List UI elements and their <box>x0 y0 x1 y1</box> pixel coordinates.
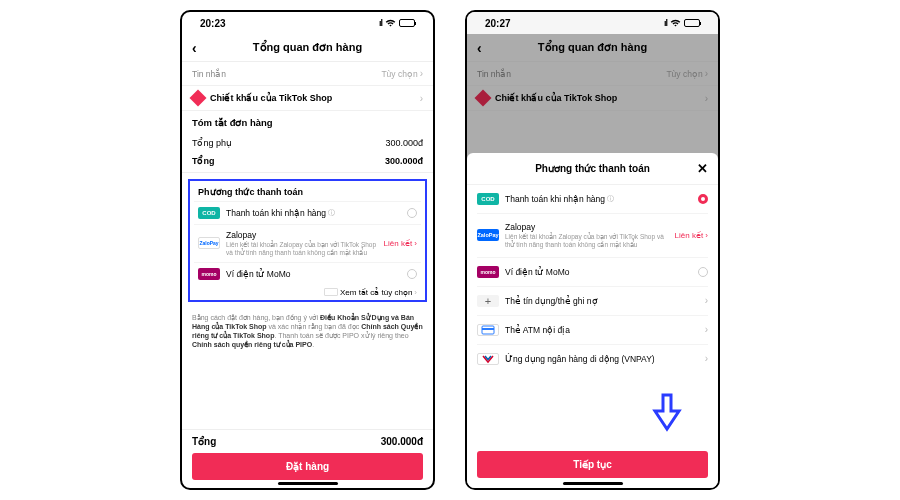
nav-bar: ‹ Tổng quan đơn hàng <box>182 34 433 62</box>
chevron-right-icon: › <box>705 93 708 104</box>
payment-title: Phương thức thanh toán <box>194 185 421 201</box>
discount-icon <box>475 90 492 107</box>
payment-option-vnpay[interactable]: Ứng dụng ngân hàng di dộng (VNPAY) › <box>477 345 708 373</box>
message-row[interactable]: Tin nhắn Tùy chọn › <box>182 62 433 86</box>
radio-selected[interactable] <box>698 194 708 204</box>
screen-order-overview: 20:23 ıl ‹ Tổng quan đơn hàng Tin nhắn T… <box>180 10 435 490</box>
place-order-button[interactable]: Đặt hàng <box>192 453 423 480</box>
terms-text: Bằng cách đặt đơn hàng, bạn đồng ý với Đ… <box>182 308 433 354</box>
bottom-total: Tổng 300.000đ <box>192 436 423 447</box>
signal-icon: ıl <box>664 18 667 28</box>
radio-unselected[interactable] <box>698 267 708 277</box>
payment-methods-box: Phương thức thanh toán COD Thanh toán kh… <box>188 179 427 302</box>
info-icon: ⓘ <box>607 194 614 204</box>
discount-label: Chiết khấu của TikTok Shop <box>210 93 414 103</box>
message-value: Tùy chọn › <box>381 68 423 79</box>
zalopay-icon: ZaloPay <box>477 229 499 241</box>
summary-title: Tóm tắt đơn hàng <box>182 111 433 134</box>
discount-row: Chiết khấu của TikTok Shop › <box>467 86 718 111</box>
payment-method-sheet: Phương thức thanh toán ✕ COD Thanh toán … <box>467 153 718 488</box>
zalopay-icon: ZaloPay <box>198 237 220 249</box>
subtotal-row: Tổng phụ 300.000đ <box>182 134 433 152</box>
message-label: Tin nhắn <box>192 69 226 79</box>
vnpay-icon <box>477 353 499 365</box>
nav-bar: ‹ Tổng quan đơn hàng <box>467 34 718 62</box>
atm-icon <box>477 324 499 336</box>
total-label: Tổng <box>192 156 215 166</box>
momo-icon: momo <box>198 268 220 280</box>
back-button[interactable]: ‹ <box>477 40 482 56</box>
page-title: Tổng quan đơn hàng <box>538 41 647 54</box>
bottom-bar: Tổng 300.000đ Đặt hàng <box>182 429 433 488</box>
battery-icon <box>399 19 415 27</box>
payment-option-cod[interactable]: COD Thanh toán khi nhận hàng ⓘ <box>194 201 421 224</box>
payment-option-cod[interactable]: COD Thanh toán khi nhận hàng ⓘ <box>477 185 708 214</box>
close-button[interactable]: ✕ <box>697 161 708 176</box>
sheet-header: Phương thức thanh toán ✕ <box>467 153 718 185</box>
chevron-right-icon: › <box>705 324 708 335</box>
subtotal-label: Tổng phụ <box>192 138 232 148</box>
home-indicator <box>278 482 338 485</box>
status-icons: ıl <box>379 18 415 29</box>
chevron-right-icon: › <box>420 93 423 104</box>
chevron-right-icon: › <box>705 353 708 364</box>
total-row: Tổng 300.000đ <box>182 152 433 173</box>
status-bar: 20:23 ıl <box>182 12 433 34</box>
payment-option-atm[interactable]: Thẻ ATM nội địa › <box>477 316 708 345</box>
screen-payment-sheet: 20:27 ıl ‹ Tổng quan đơn hàng Tin nhắn T… <box>465 10 720 490</box>
momo-icon: momo <box>477 266 499 278</box>
status-bar: 20:27 ıl <box>467 12 718 34</box>
payment-option-momo[interactable]: momo Ví điện tử MoMo <box>477 258 708 287</box>
page-title: Tổng quan đơn hàng <box>253 41 362 54</box>
content: Tin nhắn Tùy chọn › Chiết khấu của TikTo… <box>182 62 433 429</box>
continue-button[interactable]: Tiếp tục <box>477 451 708 478</box>
cod-icon: COD <box>477 193 499 205</box>
info-icon: ⓘ <box>328 208 335 218</box>
wifi-icon <box>385 18 396 29</box>
payment-option-momo[interactable]: momo Ví điện tử MoMo <box>194 262 421 285</box>
discount-icon <box>190 90 207 107</box>
zalopay-link[interactable]: Liên kết › <box>675 231 708 240</box>
status-time: 20:23 <box>200 18 226 29</box>
status-icons: ıl <box>664 18 700 29</box>
zalopay-desc: Liên kết tài khoản Zalopay của bạn với T… <box>226 241 378 257</box>
payment-option-card[interactable]: + Thẻ tín dụng/thẻ ghi nợ › <box>477 287 708 316</box>
total-value: 300.000đ <box>385 156 423 166</box>
chevron-right-icon: › <box>420 68 423 79</box>
card-icon <box>324 288 338 296</box>
home-indicator <box>563 482 623 485</box>
message-row: Tin nhắn Tùy chọn › <box>467 62 718 86</box>
payment-option-zalopay[interactable]: ZaloPay Zalopay Liên kết tài khoản Zalop… <box>194 224 421 262</box>
payment-option-zalopay[interactable]: ZaloPay Zalopay Liên kết tài khoản Zalop… <box>477 214 708 258</box>
back-button[interactable]: ‹ <box>192 40 197 56</box>
chevron-right-icon: › <box>414 288 417 297</box>
wifi-icon <box>670 18 681 29</box>
sheet-title: Phương thức thanh toán <box>535 163 650 174</box>
svg-rect-1 <box>482 328 494 330</box>
plus-icon: + <box>477 295 499 307</box>
annotation-arrow-icon <box>651 393 683 433</box>
status-time: 20:27 <box>485 18 511 29</box>
view-all-options[interactable]: Xem tất cả tùy chọn› <box>194 285 421 298</box>
zalopay-link[interactable]: Liên kết › <box>384 239 417 248</box>
battery-icon <box>684 19 700 27</box>
subtotal-value: 300.000đ <box>385 138 423 148</box>
cod-icon: COD <box>198 207 220 219</box>
chevron-right-icon: › <box>705 295 708 306</box>
radio-unselected[interactable] <box>407 269 417 279</box>
discount-row[interactable]: Chiết khấu của TikTok Shop › <box>182 86 433 111</box>
signal-icon: ıl <box>379 18 382 28</box>
radio-unselected[interactable] <box>407 208 417 218</box>
